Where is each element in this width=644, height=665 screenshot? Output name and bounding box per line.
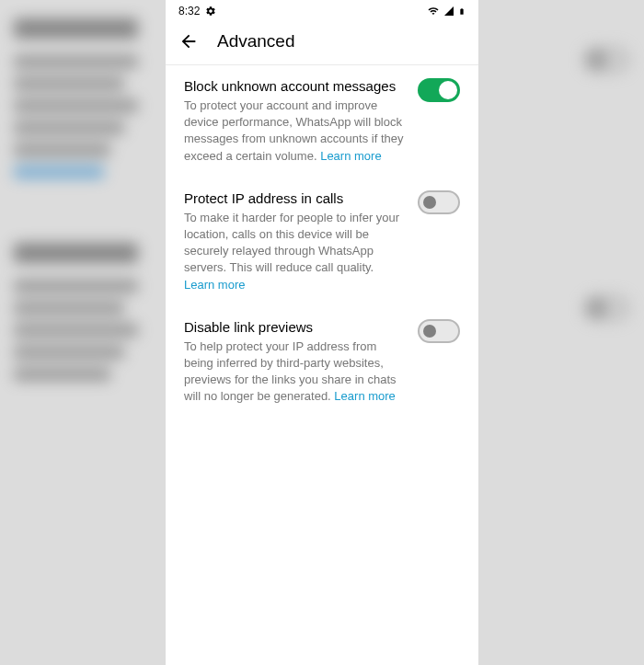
setting-description: To make it harder for people to infer yo… [184,210,407,293]
toggle-disable-previews[interactable] [418,319,460,343]
phone-screen: 8:32 Advanced [166,0,478,665]
learn-more-link[interactable]: Learn more [334,389,395,403]
battery-icon [458,6,466,17]
setting-description: To protect your account and improve devi… [184,97,407,165]
arrow-back-icon [178,31,199,52]
setting-title: Protect IP address in calls [184,190,407,206]
status-time: 8:32 [178,5,200,17]
learn-more-link[interactable]: Learn more [184,278,245,292]
toggle-block-unknown[interactable] [418,78,460,102]
signal-icon [443,6,455,17]
setting-description: To help protect your IP address from bei… [184,338,407,406]
settings-list: Block unknown account messages To protec… [166,65,478,665]
wifi-icon [427,6,440,17]
app-header: Advanced [166,22,478,65]
status-bar: 8:32 [166,0,478,22]
learn-more-link[interactable]: Learn more [320,149,381,163]
toggle-protect-ip[interactable] [418,190,460,214]
setting-title: Disable link previews [184,319,407,335]
page-title: Advanced [217,31,295,52]
back-button[interactable] [178,31,199,52]
setting-block-unknown: Block unknown account messages To protec… [184,78,460,165]
setting-title: Block unknown account messages [184,78,407,94]
setting-protect-ip: Protect IP address in calls To make it h… [184,190,460,293]
gear-icon [205,6,216,17]
setting-disable-previews: Disable link previews To help protect yo… [184,319,460,406]
